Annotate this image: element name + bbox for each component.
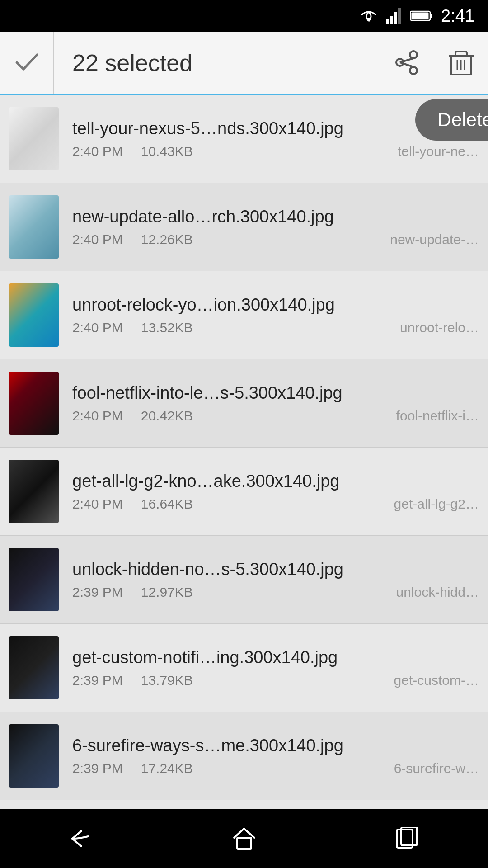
file-meta: 2:39 PM 12.97KB unlock-hidd… bbox=[72, 585, 479, 600]
file-time: 2:39 PM bbox=[72, 673, 123, 688]
file-time: 2:40 PM bbox=[72, 320, 123, 335]
file-meta: 2:40 PM 10.43KB tell-your-ne… bbox=[72, 144, 479, 159]
file-meta: 2:40 PM 12.26KB new-update-… bbox=[72, 232, 479, 247]
list-item[interactable]: new-update-allo…rch.300x140.jpg 2:40 PM … bbox=[0, 183, 488, 271]
battery-icon bbox=[410, 9, 433, 22]
file-info: 6-surefire-ways-s…me.300x140.jpg 2:39 PM… bbox=[72, 736, 479, 776]
back-icon bbox=[68, 827, 95, 850]
recents-icon bbox=[394, 827, 419, 850]
file-size: 12.26KB bbox=[141, 232, 193, 247]
file-size: 13.79KB bbox=[141, 673, 193, 688]
list-item[interactable]: get-custom-notifi…ing.300x140.jpg 2:39 P… bbox=[0, 624, 488, 712]
file-thumbnail bbox=[9, 636, 59, 699]
list-item[interactable]: unroot-relock-yo…ion.300x140.jpg 2:40 PM… bbox=[0, 271, 488, 359]
file-info: unlock-hidden-no…s-5.300x140.jpg 2:39 PM… bbox=[72, 560, 479, 600]
selected-count-label: 22 selected bbox=[54, 49, 380, 76]
recents-button[interactable] bbox=[361, 809, 452, 868]
file-shortname: unlock-hidd… bbox=[396, 585, 479, 600]
file-time: 2:39 PM bbox=[72, 585, 123, 600]
svg-rect-0 bbox=[386, 19, 389, 24]
check-button[interactable] bbox=[0, 32, 54, 94]
signal-icon bbox=[386, 8, 402, 24]
file-name: unroot-relock-yo…ion.300x140.jpg bbox=[72, 295, 479, 315]
status-bar: 2:41 bbox=[0, 0, 488, 32]
list-item[interactable]: tell-your-nexus-5…nds.300x140.jpg 2:40 P… bbox=[0, 95, 488, 183]
file-shortname: new-update-… bbox=[390, 232, 479, 247]
svg-rect-1 bbox=[390, 16, 393, 24]
file-meta: 2:40 PM 20.42KB fool-netflix-i… bbox=[72, 408, 479, 424]
file-thumbnail bbox=[9, 724, 59, 788]
file-meta: 2:40 PM 13.52KB unroot-relo… bbox=[72, 320, 479, 335]
status-icons: 2:41 bbox=[360, 6, 474, 26]
list-item[interactable]: fool-netflix-into-le…s-5.300x140.jpg 2:4… bbox=[0, 359, 488, 448]
file-meta: 2:39 PM 17.24KB 6-surefire-w… bbox=[72, 761, 479, 776]
file-shortname: get-all-lg-g2… bbox=[394, 496, 479, 512]
file-info: unroot-relock-yo…ion.300x140.jpg 2:40 PM… bbox=[72, 295, 479, 335]
svg-rect-3 bbox=[398, 8, 401, 24]
svg-point-7 bbox=[410, 51, 417, 58]
file-info: get-all-lg-g2-kno…ake.300x140.jpg 2:40 P… bbox=[72, 472, 479, 512]
file-name: get-custom-notifi…ing.300x140.jpg bbox=[72, 648, 479, 667]
home-icon bbox=[232, 826, 257, 851]
svg-point-8 bbox=[410, 67, 417, 74]
file-name: fool-netflix-into-le…s-5.300x140.jpg bbox=[72, 383, 479, 403]
status-time: 2:41 bbox=[441, 6, 474, 26]
file-shortname: fool-netflix-i… bbox=[396, 408, 479, 424]
file-thumbnail bbox=[9, 195, 59, 259]
home-button[interactable] bbox=[199, 809, 289, 868]
file-shortname: get-custom-… bbox=[394, 673, 479, 688]
svg-rect-5 bbox=[430, 14, 432, 18]
list-item[interactable]: 6-surefire-ways-s…me.300x140.jpg 2:39 PM… bbox=[0, 712, 488, 800]
trash-icon bbox=[449, 49, 474, 76]
share-button[interactable] bbox=[380, 50, 434, 75]
svg-rect-18 bbox=[237, 838, 251, 849]
file-list: tell-your-nexus-5…nds.300x140.jpg 2:40 P… bbox=[0, 95, 488, 800]
file-info: new-update-allo…rch.300x140.jpg 2:40 PM … bbox=[72, 207, 479, 247]
file-name: new-update-allo…rch.300x140.jpg bbox=[72, 207, 479, 226]
navigation-bar bbox=[0, 809, 488, 868]
file-time: 2:40 PM bbox=[72, 144, 123, 159]
wifi-icon bbox=[360, 9, 378, 23]
share-icon bbox=[394, 50, 419, 75]
file-time: 2:39 PM bbox=[72, 761, 123, 776]
action-buttons: Delete bbox=[380, 49, 488, 76]
file-time: 2:40 PM bbox=[72, 496, 123, 512]
file-time: 2:40 PM bbox=[72, 232, 123, 247]
file-meta: 2:40 PM 16.64KB get-all-lg-g2… bbox=[72, 496, 479, 512]
file-name: 6-surefire-ways-s…me.300x140.jpg bbox=[72, 736, 479, 755]
back-button[interactable] bbox=[36, 809, 127, 868]
file-thumbnail bbox=[9, 460, 59, 523]
delete-button-container: Delete bbox=[434, 49, 488, 76]
file-size: 10.43KB bbox=[141, 144, 193, 159]
file-size: 16.64KB bbox=[141, 496, 193, 512]
action-bar: 22 selected bbox=[0, 32, 488, 95]
file-name: unlock-hidden-no…s-5.300x140.jpg bbox=[72, 560, 479, 579]
file-thumbnail bbox=[9, 107, 59, 170]
file-thumbnail bbox=[9, 283, 59, 347]
file-size: 13.52KB bbox=[141, 320, 193, 335]
list-item[interactable]: unlock-hidden-no…s-5.300x140.jpg 2:39 PM… bbox=[0, 536, 488, 624]
file-shortname: unroot-relo… bbox=[400, 320, 479, 335]
file-shortname: tell-your-ne… bbox=[398, 144, 479, 159]
file-thumbnail bbox=[9, 548, 59, 611]
svg-rect-6 bbox=[412, 13, 429, 19]
file-meta: 2:39 PM 13.79KB get-custom-… bbox=[72, 673, 479, 688]
file-shortname: 6-surefire-w… bbox=[394, 761, 479, 776]
delete-button[interactable] bbox=[434, 49, 488, 76]
file-time: 2:40 PM bbox=[72, 408, 123, 424]
file-info: fool-netflix-into-le…s-5.300x140.jpg 2:4… bbox=[72, 383, 479, 424]
file-name: get-all-lg-g2-kno…ake.300x140.jpg bbox=[72, 472, 479, 491]
file-info: get-custom-notifi…ing.300x140.jpg 2:39 P… bbox=[72, 648, 479, 688]
file-size: 12.97KB bbox=[141, 585, 193, 600]
svg-rect-2 bbox=[394, 12, 397, 24]
file-thumbnail bbox=[9, 372, 59, 435]
delete-tooltip: Delete bbox=[415, 99, 488, 141]
file-size: 17.24KB bbox=[141, 761, 193, 776]
checkmark-icon bbox=[14, 52, 39, 73]
file-size: 20.42KB bbox=[141, 408, 193, 424]
list-item[interactable]: get-all-lg-g2-kno…ake.300x140.jpg 2:40 P… bbox=[0, 448, 488, 536]
